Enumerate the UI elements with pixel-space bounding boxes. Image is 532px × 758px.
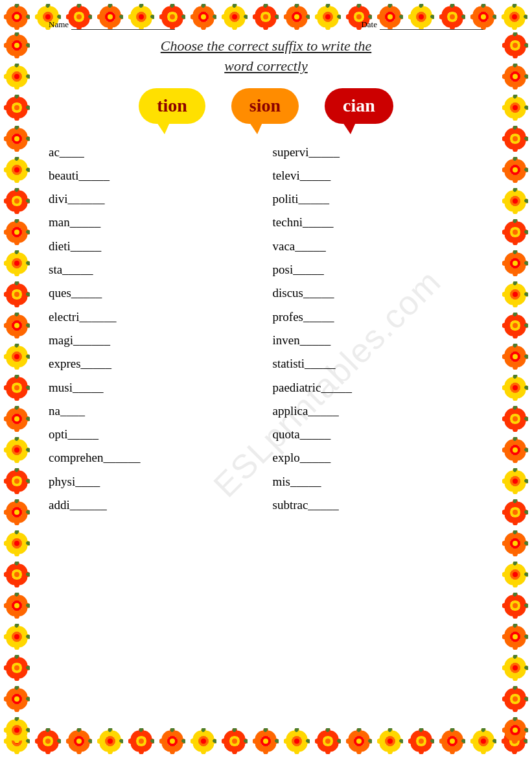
svg-point-940 [5,718,17,731]
svg-point-345 [450,14,455,19]
content-area: Name Date Choose the correct suffix to w… [49,19,483,515]
svg-point-875 [25,634,30,639]
svg-point-648 [14,344,20,355]
svg-point-463 [16,107,29,120]
list-item: posi_____ [273,259,484,280]
svg-point-921 [14,696,19,702]
svg-point-937 [14,732,20,743]
svg-point-403 [514,740,527,753]
svg-point-865 [14,639,20,650]
svg-point-114 [129,740,142,753]
svg-point-831 [517,571,528,578]
svg-point-179 [243,14,248,19]
svg-point-716 [510,414,520,424]
title-line2: word correctly [49,56,483,77]
svg-point-312 [418,4,424,15]
svg-point-251 [336,14,341,19]
list-item: mis_____ [273,471,484,492]
svg-point-663 [517,353,528,360]
svg-point-377 [483,729,496,742]
svg-point-630 [5,325,17,338]
header: Name Date [49,19,483,30]
svg-point-888 [14,655,20,666]
svg-point-920 [12,694,22,704]
svg-point-500 [510,134,520,144]
word-text: statisti_____ [273,353,336,374]
svg-point-667 [515,356,527,369]
svg-point-882 [503,636,516,649]
date-label: Date [361,19,377,30]
svg-point-173 [234,5,247,18]
svg-point-503 [524,136,528,141]
svg-point-235 [296,740,309,753]
svg-point-581 [16,251,29,264]
svg-point-508 [5,158,17,171]
word-text: inven_____ [273,330,331,351]
svg-point-650 [4,353,15,360]
word-text: dieti_____ [49,236,101,257]
svg-point-466 [14,95,19,99]
svg-point-357 [450,739,455,744]
svg-point-754 [14,468,19,473]
word-text: quota_____ [273,424,331,445]
svg-point-588 [512,250,518,261]
svg-point-618 [503,294,516,307]
svg-point-620 [510,289,520,300]
svg-point-593 [515,251,527,264]
svg-point-340 [440,5,453,18]
svg-point-165 [201,739,206,744]
svg-point-352 [440,729,453,742]
svg-point-196 [253,5,266,18]
svg-point-724 [5,438,17,451]
svg-point-263 [336,739,341,744]
svg-point-935 [524,696,528,702]
svg-point-185 [234,729,247,742]
svg-point-475 [515,107,527,120]
svg-point-952 [503,718,516,731]
svg-point-657 [14,354,19,359]
svg-point-607 [16,294,29,307]
svg-point-208 [253,729,266,742]
svg-point-191 [243,739,248,744]
svg-point-96 [138,4,145,15]
svg-point-405 [512,739,517,744]
word-text: electri______ [49,307,116,327]
svg-point-950 [502,727,513,733]
svg-point-331 [421,740,434,753]
svg-point-721 [14,452,20,463]
svg-point-703 [16,418,29,431]
svg-point-207 [268,738,279,744]
svg-point-429 [513,43,518,48]
svg-point-876 [512,624,518,635]
svg-point-389 [514,5,527,18]
svg-point-393 [512,14,517,19]
svg-point-440 [12,71,22,82]
svg-point-658 [14,344,19,348]
svg-point-868 [5,624,17,637]
svg-point-914 [4,696,15,702]
svg-point-256 [316,729,329,742]
svg-point-47 [56,739,61,744]
svg-point-233 [296,729,309,742]
suffix-bubbles: tion sion cian [49,88,483,124]
svg-point-956 [510,725,520,735]
svg-point-641 [515,313,527,326]
svg-point-510 [5,169,17,182]
list-item: comprehen______ [49,447,260,468]
svg-point-396 [511,728,518,739]
svg-point-671 [524,354,528,359]
svg-point-423 [517,42,528,49]
svg-point-538 [14,188,19,193]
word-text: sta_____ [49,259,93,280]
svg-point-385 [511,19,518,30]
svg-point-477 [513,105,518,110]
svg-point-636 [512,313,518,324]
svg-point-16 [5,729,17,742]
svg-point-156 [200,728,207,739]
svg-point-662 [502,353,513,360]
svg-point-418 [14,32,19,37]
svg-point-304 [378,729,391,742]
svg-point-76 [98,5,111,18]
svg-point-206 [253,738,264,744]
svg-point-487 [16,138,29,151]
